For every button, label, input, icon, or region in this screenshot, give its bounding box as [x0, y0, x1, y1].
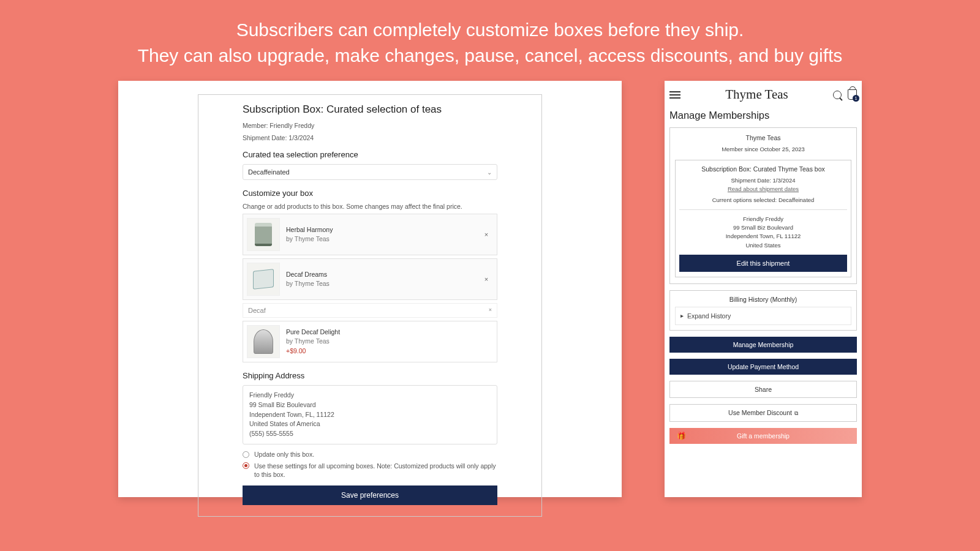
- preference-select[interactable]: Decaffeinated ⌄: [243, 164, 497, 180]
- merchant-name: Thyme Teas: [675, 134, 851, 141]
- member-since: Member since October 25, 2023: [675, 145, 851, 154]
- shipment-date: Shipment Date: 1/3/2024: [243, 134, 497, 141]
- product-row: Herbal Harmony by Thyme Teas ×: [243, 214, 497, 255]
- headline-line-1: Subscribers can completely customize box…: [24, 17, 956, 43]
- save-preferences-button[interactable]: Save preferences: [243, 485, 497, 505]
- edit-shipment-button[interactable]: Edit this shipment: [679, 255, 847, 272]
- product-thumbnail: [247, 263, 280, 296]
- remove-icon[interactable]: ×: [482, 275, 491, 283]
- shipping-address: Friendly Freddy 99 Small Biz Boulevard I…: [243, 385, 497, 444]
- search-value: Decaf: [248, 307, 266, 314]
- cart-icon[interactable]: 1: [848, 89, 857, 100]
- addr-name: Friendly Freddy: [249, 391, 491, 400]
- product-brand: by Thyme Teas: [286, 337, 330, 345]
- product-search-input[interactable]: Decaf ×: [243, 303, 497, 318]
- preference-value: Decaffeinated: [248, 168, 290, 176]
- page-title: Manage Memberships: [669, 110, 857, 121]
- external-link-icon: ⧉: [794, 410, 798, 416]
- mobile-panel: Thyme Teas 1 Manage Memberships Thyme Te…: [665, 81, 862, 497]
- cart-badge: 1: [853, 95, 859, 102]
- customize-label: Customize your box: [243, 189, 497, 198]
- product-name: Decaf Dreams: [286, 270, 493, 279]
- membership-card: Thyme Teas Member since October 25, 2023…: [669, 127, 857, 284]
- shipping-address-label: Shipping Address: [243, 371, 497, 380]
- shipment-date: Shipment Date: 1/3/2024: [679, 176, 847, 185]
- shipment-dates-link[interactable]: Read about shipment dates: [728, 186, 799, 192]
- product-row: Decaf Dreams by Thyme Teas ×: [243, 258, 497, 300]
- product-thumbnail: [247, 218, 280, 251]
- headline-line-2: They can also upgrade, make changes, pau…: [24, 43, 956, 69]
- update-option-this-box[interactable]: Update only this box.: [243, 451, 497, 458]
- search-icon[interactable]: [833, 91, 842, 99]
- current-options: Current options selected: Decaffeinated: [679, 196, 847, 204]
- customize-help: Change or add products to this box. Some…: [243, 203, 497, 210]
- box-title: Subscription Box: Curated Thyme Teas box: [679, 165, 847, 173]
- product-name: Herbal Harmony: [286, 225, 493, 234]
- discount-label: Use Member Discount: [728, 409, 792, 416]
- expand-history-label: Expand History: [687, 312, 731, 320]
- radio-icon: [243, 462, 249, 469]
- product-thumbnail: [247, 325, 280, 358]
- addr-country: United States: [679, 241, 847, 250]
- chevron-down-icon: ⌄: [487, 169, 492, 176]
- manage-membership-button[interactable]: Manage Membership: [669, 337, 857, 353]
- update-payment-button[interactable]: Update Payment Method: [669, 359, 857, 375]
- addr-country: United States of America: [249, 419, 491, 429]
- preference-label: Curated tea selection preference: [243, 150, 497, 159]
- billing-title: Billing History (Monthly): [675, 296, 851, 303]
- suggested-product-row[interactable]: Pure Decaf Delight by Thyme Teas +$9.00: [243, 321, 497, 362]
- desktop-panel: Subscription Box: Curated selection of t…: [118, 81, 622, 497]
- menu-icon[interactable]: [669, 91, 680, 99]
- billing-history-card: Billing History (Monthly) Expand History: [669, 290, 857, 331]
- update-option-all-boxes[interactable]: Use these settings for all upcoming boxe…: [243, 462, 497, 479]
- expand-history-button[interactable]: Expand History: [675, 307, 851, 325]
- addr-line2: Independent Town, FL, 11122: [249, 410, 491, 420]
- addr-phone: (555) 555-5555: [249, 429, 491, 439]
- headline: Subscribers can completely customize box…: [0, 0, 980, 75]
- clear-icon[interactable]: ×: [489, 307, 492, 314]
- product-brand: by Thyme Teas: [286, 280, 330, 287]
- radio-label: Update only this box.: [254, 451, 314, 458]
- box-title: Subscription Box: Curated selection of t…: [243, 103, 497, 116]
- addr-line1: 99 Small Biz Boulevard: [679, 223, 847, 232]
- member-discount-button[interactable]: Use Member Discount⧉: [669, 404, 857, 422]
- addr-name: Friendly Freddy: [679, 215, 847, 223]
- brand-logo: Thyme Teas: [725, 87, 788, 102]
- share-button[interactable]: Share: [669, 381, 857, 398]
- gift-icon: 🎁: [677, 432, 686, 440]
- radio-label: Use these settings for all upcoming boxe…: [254, 462, 497, 479]
- product-price: +$9.00: [286, 347, 493, 356]
- product-brand: by Thyme Teas: [286, 235, 330, 242]
- subscription-form: Subscription Box: Curated selection of t…: [198, 94, 542, 517]
- divider: [679, 209, 847, 210]
- product-name: Pure Decaf Delight: [286, 328, 493, 337]
- member-line: Member: Friendly Freddy: [243, 122, 497, 129]
- addr-line1: 99 Small Biz Boulevard: [249, 400, 491, 410]
- addr-line2: Independent Town, FL 11122: [679, 232, 847, 241]
- radio-icon: [243, 451, 249, 458]
- gift-label: Gift a membership: [737, 432, 790, 440]
- gift-membership-button[interactable]: 🎁 Gift a membership: [669, 428, 857, 444]
- remove-icon[interactable]: ×: [482, 230, 491, 239]
